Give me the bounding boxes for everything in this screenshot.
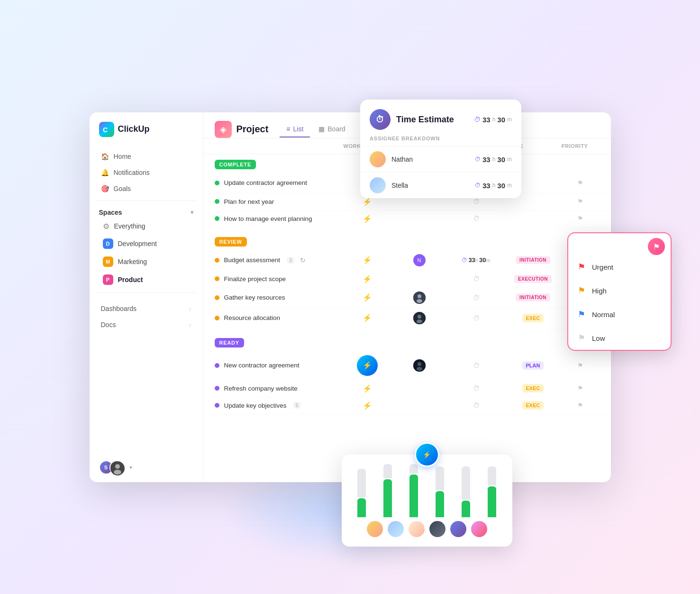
chart-bar-group bbox=[482, 466, 503, 517]
assignee-avatar-nathan bbox=[370, 151, 386, 167]
svg-point-13 bbox=[417, 320, 422, 323]
user-profile-icon bbox=[110, 461, 125, 475]
task-name: Resource allocation bbox=[224, 314, 281, 321]
sidebar-item-dashboards[interactable]: Dashboards › bbox=[95, 301, 197, 317]
sidebar-item-everything[interactable]: ⚙ Everything bbox=[99, 218, 193, 235]
task-name-cell: Plan for next year bbox=[215, 198, 344, 205]
workload-cell: ⚡ bbox=[344, 274, 391, 283]
development-dot: D bbox=[103, 238, 113, 249]
task-name-cell: Budget assessment 3 ↻ bbox=[215, 256, 344, 264]
task-name-cell: Update key objectives 5 bbox=[215, 402, 344, 409]
chart-bar-gray bbox=[383, 464, 392, 478]
priority-option-normal[interactable]: ⚑ Normal bbox=[568, 302, 671, 326]
h-unit2: h bbox=[492, 182, 496, 189]
spaces-label: Spaces bbox=[99, 209, 122, 216]
chart-avatar bbox=[409, 521, 425, 537]
section-review: REVIEW Budget assessment 3 ↻ ⚡ N ⏱ 33 bbox=[203, 231, 611, 329]
urgent-flag-icon: ⚑ bbox=[578, 262, 585, 272]
sidebar-item-notifications[interactable]: 🔔 Notifications bbox=[95, 164, 197, 181]
section-ready: READY New contractor agreement ⚡ bbox=[203, 332, 611, 414]
priority-cell: ⚑ bbox=[562, 362, 600, 369]
workload-cell[interactable]: ⚡ bbox=[344, 355, 391, 376]
urgent-flag-button[interactable]: ⚑ bbox=[648, 238, 665, 255]
chart-bar-group bbox=[429, 466, 451, 517]
table-row[interactable]: New contractor agreement ⚡ ⏱ PL bbox=[203, 351, 611, 380]
priority-popup-header: ⚑ bbox=[568, 233, 671, 255]
table-row[interactable]: Resource allocation ⚡ ⏱ EXEC ⚑ bbox=[203, 308, 611, 329]
chevron-right-icon2: › bbox=[189, 321, 191, 329]
sidebar-item-marketing[interactable]: M Marketing bbox=[99, 253, 193, 271]
assignee-time-nathan: ⏱ 33 h 30 m bbox=[475, 155, 512, 164]
chart-avatars bbox=[351, 521, 503, 537]
task-dot bbox=[215, 199, 219, 204]
popup-title-section: Time Estimate bbox=[396, 115, 468, 125]
low-flag-icon: ⚑ bbox=[578, 333, 585, 343]
home-label: Home bbox=[114, 153, 131, 160]
svg-point-3 bbox=[115, 464, 120, 469]
task-name-cell: Update contractor agreement bbox=[215, 179, 344, 186]
goals-label: Goals bbox=[114, 185, 131, 192]
clock-icon: ⏱ bbox=[473, 275, 480, 283]
time-display: ⏱ 33 h 30 m bbox=[474, 116, 512, 124]
task-name-cell: Resource allocation bbox=[215, 314, 344, 321]
chevron-down-user: ▾ bbox=[129, 464, 132, 471]
popup-header: ⏱ Time Estimate ⏱ 33 h 30 m bbox=[360, 100, 521, 136]
table-row[interactable]: Budget assessment 3 ↻ ⚡ N ⏱ 33 h 30 m bbox=[203, 250, 611, 271]
assignee-cell bbox=[391, 359, 448, 372]
task-badge: 3 bbox=[287, 257, 294, 264]
notifications-label: Notifications bbox=[114, 169, 150, 176]
task-name-cell: Finalize project scope bbox=[215, 275, 344, 283]
priority-option-urgent[interactable]: ⚑ Urgent bbox=[568, 255, 671, 279]
chart-bar-group bbox=[455, 466, 477, 517]
clickup-logo-icon: C bbox=[99, 122, 114, 137]
dashboards-label: Dashboards bbox=[101, 305, 137, 312]
m-unit2: m bbox=[507, 182, 512, 189]
assignee-name-nathan: Nathan bbox=[391, 155, 469, 163]
h-label: h bbox=[492, 116, 496, 123]
popup-avatar: ⏱ bbox=[370, 109, 391, 130]
workload-symbol: ⚡ bbox=[363, 361, 372, 370]
priority-option-high[interactable]: ⚑ High bbox=[568, 279, 671, 302]
marketing-label: Marketing bbox=[118, 258, 147, 265]
chart-bars bbox=[351, 469, 503, 521]
sidebar-bottom-nav: Dashboards › Docs › bbox=[90, 297, 203, 337]
table-row[interactable]: Refresh company website ⚡ ⏱ EXEC ⚑ bbox=[203, 380, 611, 397]
priority-popup: ⚑ ⚑ Urgent ⚑ High ⚑ Normal ⚑ Low bbox=[567, 232, 672, 351]
task-name: Plan for next year bbox=[224, 198, 274, 205]
task-name-cell: Gather key resources bbox=[215, 294, 344, 301]
estimate-cell: ⏱ bbox=[448, 384, 505, 392]
stage-badge: PLAN bbox=[522, 361, 544, 370]
table-row[interactable]: Gather key resources ⚡ ⏱ INITIATION ⚑ bbox=[203, 288, 611, 308]
chevron-down-icon: ▾ bbox=[191, 209, 193, 216]
table-row[interactable]: How to manage event planning ⚡ ⏱ ⚑ bbox=[203, 210, 611, 228]
tab-board[interactable]: ▦ Board bbox=[312, 121, 352, 137]
project-icon-symbol: ◈ bbox=[220, 124, 227, 135]
stage-cell: EXECUTION bbox=[505, 275, 562, 283]
stage-badge: EXEC bbox=[522, 401, 544, 410]
avatar: N bbox=[413, 254, 426, 266]
priority-cell: ⚑ bbox=[562, 198, 600, 205]
stage-cell: PLAN bbox=[505, 361, 562, 370]
assignee-row-nathan: Nathan ⏱ 33 h 30 m bbox=[360, 146, 521, 172]
task-name: Update key objectives bbox=[224, 402, 287, 409]
sidebar-item-goals[interactable]: 🎯 Goals bbox=[95, 181, 197, 197]
svg-point-9 bbox=[418, 294, 421, 298]
priority-option-low[interactable]: ⚑ Low bbox=[568, 326, 671, 350]
workload-icon: ⚡ bbox=[363, 214, 372, 223]
task-name: How to manage event planning bbox=[224, 215, 312, 222]
chart-bar-group bbox=[377, 464, 399, 517]
task-name: Refresh company website bbox=[224, 385, 298, 392]
workload-chart-icon: ⚡ bbox=[357, 355, 378, 376]
logo-text: ClickUp bbox=[118, 124, 150, 134]
sidebar-item-development[interactable]: D Development bbox=[99, 235, 193, 253]
product-label: Product bbox=[118, 276, 143, 283]
sidebar-item-docs[interactable]: Docs › bbox=[95, 317, 197, 333]
sidebar-item-home[interactable]: 🏠 Home bbox=[95, 148, 197, 164]
tab-list[interactable]: ≡ List bbox=[280, 121, 310, 137]
table-row[interactable]: Finalize project scope ⚡ ⏱ EXECUTION ⚑ bbox=[203, 271, 611, 288]
task-name: Finalize project scope bbox=[224, 275, 286, 283]
table-row[interactable]: Update key objectives 5 ⚡ ⏱ EXEC ⚑ bbox=[203, 397, 611, 414]
product-dot: P bbox=[103, 274, 113, 285]
sidebar-item-product[interactable]: P Product bbox=[99, 271, 193, 289]
board-tab-icon: ▦ bbox=[318, 125, 325, 133]
